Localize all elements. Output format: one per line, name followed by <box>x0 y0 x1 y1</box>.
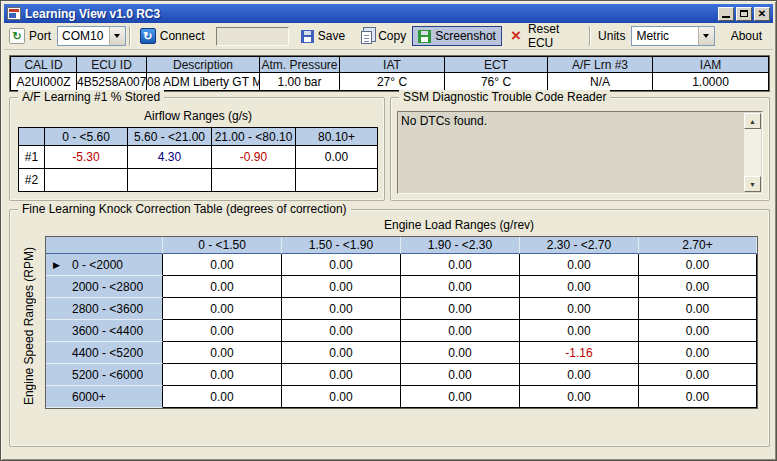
about-button[interactable]: About <box>725 26 768 46</box>
reset-ecu-button[interactable]: × Reset ECU <box>502 19 586 53</box>
toolbar-separator <box>129 26 131 46</box>
knock-table-row: 3600 - <44000.000.000.000.000.00 <box>46 320 757 342</box>
ecu-col-header: A/F Lrn #3 <box>548 57 653 73</box>
af-col-header[interactable]: 0 - <5.60 <box>45 128 128 146</box>
connect-status-field[interactable] <box>216 27 288 46</box>
knock-col-header[interactable]: 1.50 - <1.90 <box>282 237 401 254</box>
knock-value-cell[interactable]: 0.00 <box>282 364 401 386</box>
knock-value-cell[interactable]: 0.00 <box>401 364 520 386</box>
knock-col-header[interactable]: 2.30 - <2.70 <box>520 237 639 254</box>
dtc-textarea[interactable]: No DTCs found. ▲ ▼ <box>397 111 763 194</box>
scroll-down-button[interactable]: ▼ <box>744 176 761 192</box>
knock-row-header[interactable]: 4400 - <5200 <box>46 342 163 364</box>
close-button[interactable]: ✕ <box>754 7 770 21</box>
units-select-dropdown-button[interactable] <box>698 27 714 45</box>
screenshot-button[interactable]: Screenshot <box>412 26 502 46</box>
knock-row-header[interactable]: 3600 - <4400 <box>46 320 163 342</box>
knock-col-header[interactable]: 2.70+ <box>639 237 757 254</box>
knock-value-cell[interactable]: 0.00 <box>520 298 639 320</box>
port-select-value: COM10 <box>58 29 109 43</box>
knock-row-header[interactable]: 5200 - <6000 <box>46 364 163 386</box>
knock-value-cell[interactable]: 0.00 <box>163 364 282 386</box>
af-col-header[interactable]: 5.60 - <21.00 <box>128 128 212 146</box>
knock-col-header[interactable]: 0 - <1.50 <box>163 237 282 254</box>
knock-value-cell[interactable]: 0.00 <box>639 386 757 408</box>
knock-value-cell[interactable]: 0.00 <box>282 320 401 342</box>
knock-value-cell[interactable]: 0.00 <box>163 276 282 298</box>
af-corner-cell[interactable] <box>19 128 45 146</box>
knock-value-cell[interactable]: 0.00 <box>401 276 520 298</box>
knock-value-cell[interactable]: -1.16 <box>520 342 639 364</box>
knock-value-cell[interactable]: 0.00 <box>163 386 282 408</box>
ecu-value-cell: 27° C <box>340 73 445 91</box>
title-bar[interactable]: Learning View v1.0 RC3 ✕ <box>4 4 773 23</box>
knock-value-cell[interactable]: 0.00 <box>639 254 757 276</box>
scroll-up-button[interactable]: ▲ <box>744 113 761 129</box>
knock-value-cell[interactable]: 0.00 <box>163 254 282 276</box>
knock-value-cell[interactable]: 0.00 <box>282 298 401 320</box>
airflow-ranges-title: Airflow Ranges (g/s) <box>18 109 378 123</box>
af-value-cell[interactable] <box>212 169 296 192</box>
units-select[interactable]: Metric <box>631 26 714 46</box>
knock-corner-cell[interactable] <box>46 237 163 254</box>
knock-value-cell[interactable]: 0.00 <box>639 298 757 320</box>
knock-value-cell[interactable]: 0.00 <box>639 364 757 386</box>
knock-value-cell[interactable]: 0.00 <box>401 254 520 276</box>
minimize-icon <box>722 16 730 18</box>
knock-value-cell[interactable]: 0.00 <box>282 386 401 408</box>
knock-value-cell[interactable]: 0.00 <box>282 276 401 298</box>
maximize-button[interactable] <box>736 7 752 21</box>
af-value-cell[interactable]: 4.30 <box>128 146 212 169</box>
af-value-cell[interactable]: -5.30 <box>45 146 128 169</box>
knock-value-cell[interactable]: 0.00 <box>639 342 757 364</box>
knock-value-cell[interactable]: 0.00 <box>520 386 639 408</box>
knock-value-cell[interactable]: 0.00 <box>520 254 639 276</box>
knock-col-header[interactable]: 1.90 - <2.30 <box>401 237 520 254</box>
knock-value-cell[interactable]: 0.00 <box>639 276 757 298</box>
port-select[interactable]: COM10 <box>57 26 126 46</box>
copy-button[interactable]: Copy <box>351 25 412 47</box>
knock-value-cell[interactable]: 0.00 <box>639 320 757 342</box>
connect-icon: ↻ <box>140 28 156 44</box>
knock-value-cell[interactable]: 0.00 <box>401 320 520 342</box>
af-value-cell[interactable] <box>128 169 212 192</box>
knock-value-cell[interactable]: 0.00 <box>401 298 520 320</box>
af-row-header[interactable]: #2 <box>19 169 45 192</box>
dtc-scrollbar[interactable]: ▲ ▼ <box>744 113 761 192</box>
save-button[interactable]: Save <box>295 26 351 46</box>
af-value-cell[interactable] <box>45 169 128 192</box>
minimize-button[interactable] <box>718 7 734 21</box>
screenshot-icon <box>418 30 431 43</box>
af-col-header[interactable]: 80.10+ <box>296 128 378 146</box>
knock-value-cell[interactable]: 0.00 <box>163 298 282 320</box>
knock-value-cell[interactable]: 0.00 <box>520 320 639 342</box>
connect-label: Connect <box>160 29 205 43</box>
af-value-cell[interactable]: -0.90 <box>212 146 296 169</box>
ecu-col-header: Description <box>147 57 260 73</box>
port-select-dropdown-button[interactable] <box>109 27 125 45</box>
knock-value-cell[interactable]: 0.00 <box>520 364 639 386</box>
af-row-header[interactable]: #1 <box>19 146 45 169</box>
knock-row-header[interactable]: 2000 - <2800 <box>46 276 163 298</box>
port-refresh-icon[interactable]: ↻ <box>9 28 25 44</box>
knock-value-cell[interactable]: 0.00 <box>282 342 401 364</box>
knock-group-title: Fine Learning Knock Correction Table (de… <box>18 202 351 216</box>
knock-row-header[interactable]: 6000+ <box>46 386 163 408</box>
af-value-cell[interactable]: 0.00 <box>296 146 378 169</box>
knock-value-cell[interactable]: 0.00 <box>401 342 520 364</box>
knock-value-cell[interactable]: 0.00 <box>401 386 520 408</box>
af-col-header[interactable]: 21.00 - <80.10 <box>212 128 296 146</box>
port-label: Port <box>25 29 55 43</box>
knock-value-cell[interactable]: 0.00 <box>163 320 282 342</box>
save-label: Save <box>318 29 345 43</box>
af-value-cell[interactable] <box>296 169 378 192</box>
connect-button[interactable]: ↻ Connect <box>134 25 211 47</box>
knock-value-cell[interactable]: 0.00 <box>520 276 639 298</box>
knock-row-header[interactable]: 0 - <2000▶ <box>46 254 163 276</box>
knock-row-header[interactable]: 2800 - <3600 <box>46 298 163 320</box>
knock-value-cell[interactable]: 0.00 <box>282 254 401 276</box>
ecu-col-header: ECT <box>445 57 548 73</box>
knock-value-cell[interactable]: 0.00 <box>163 342 282 364</box>
ecu-value-cell: 4B5258A007 <box>77 73 147 91</box>
ecu-value-cell: 08 ADM Liberty GT MT <box>147 73 260 91</box>
